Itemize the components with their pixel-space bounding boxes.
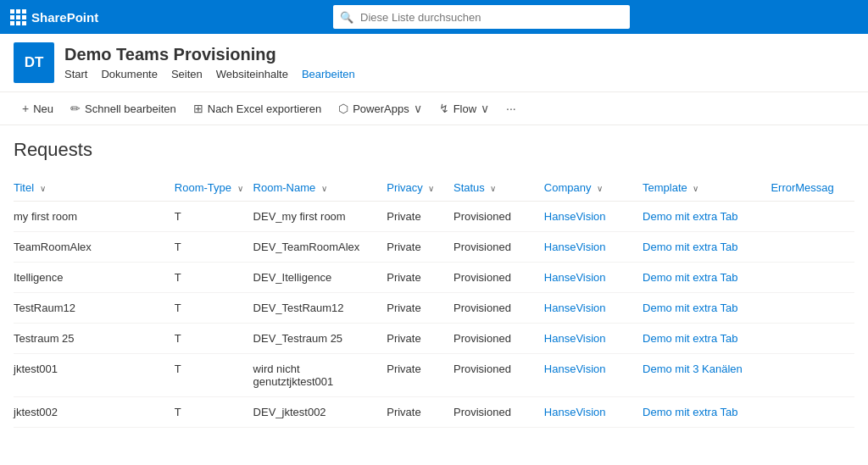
table-cell[interactable]: Demo mit extra Tab	[643, 397, 771, 428]
top-navigation-bar: SharePoint 🔍	[0, 0, 868, 34]
col-header-titel[interactable]: Titel ∨	[14, 174, 175, 202]
table-cell: T	[175, 293, 253, 324]
table-cell: Provisioned	[453, 232, 544, 263]
col-header-template[interactable]: Template ∨	[643, 174, 771, 202]
table-row: my first roomTDEV_my first roomPrivatePr…	[14, 202, 854, 232]
quick-edit-label: Schnell bearbeiten	[85, 102, 176, 115]
table-cell: T	[175, 202, 253, 232]
roomname-sort-icon: ∨	[321, 184, 327, 193]
quick-edit-button[interactable]: ✏ Schnell bearbeiten	[62, 97, 185, 119]
privacy-sort-icon: ∨	[428, 184, 434, 193]
table-cell: Private	[387, 293, 453, 324]
col-header-company[interactable]: Company ∨	[544, 174, 643, 202]
col-header-status[interactable]: Status ∨	[453, 174, 544, 202]
table-cell: DEV_TeamRoomAlex	[253, 232, 387, 263]
table-cell[interactable]: HanseVision	[544, 263, 643, 293]
new-button[interactable]: + Neu	[14, 97, 62, 119]
table-cell	[771, 354, 854, 397]
table-cell: jktest001	[14, 354, 175, 397]
table-row: TestRaum12TDEV_TestRaum12PrivateProvisio…	[14, 293, 854, 324]
export-excel-button[interactable]: ⊞ Nach Excel exportieren	[185, 97, 330, 119]
flow-icon: ↯	[439, 102, 449, 115]
cell-link[interactable]: HanseVision	[544, 241, 606, 253]
table-cell[interactable]: HanseVision	[544, 397, 643, 428]
table-cell[interactable]: HanseVision	[544, 324, 643, 354]
table-cell: Provisioned	[453, 354, 544, 397]
table-cell: Testraum 25	[14, 324, 175, 354]
cell-link[interactable]: HanseVision	[544, 406, 606, 418]
table-cell[interactable]: Demo mit extra Tab	[643, 293, 771, 324]
cell-link[interactable]: HanseVision	[544, 302, 606, 314]
table-cell: my first room	[14, 202, 175, 232]
cell-link[interactable]: Demo mit extra Tab	[643, 271, 737, 284]
table-cell: DEV_Testraum 25	[253, 324, 387, 354]
plus-icon: +	[22, 102, 29, 115]
cell-link[interactable]: HanseVision	[544, 210, 606, 223]
table-cell[interactable]: HanseVision	[544, 293, 643, 324]
sharepoint-logo[interactable]: SharePoint	[10, 9, 98, 25]
site-header: DT Demo Teams Provisioning Start Dokumen…	[0, 34, 868, 92]
table-cell[interactable]: Demo mit extra Tab	[643, 263, 771, 293]
table-cell[interactable]: Demo mit extra Tab	[643, 324, 771, 354]
table-cell: DEV_jktest002	[253, 397, 387, 428]
table-header-row: Titel ∨ Room-Type ∨ Room-Name ∨ Privacy …	[14, 174, 854, 202]
flow-button[interactable]: ↯ Flow ∨	[431, 97, 498, 119]
cell-link[interactable]: HanseVision	[544, 271, 606, 284]
nav-bearbeiten[interactable]: Bearbeiten	[302, 68, 355, 80]
nav-seiten[interactable]: Seiten	[171, 68, 203, 80]
col-header-errormsg[interactable]: ErrorMessag	[771, 174, 854, 202]
table-cell: T	[175, 324, 253, 354]
cell-link[interactable]: Demo mit extra Tab	[643, 406, 737, 418]
table-cell[interactable]: Demo mit extra Tab	[643, 202, 771, 232]
cell-link[interactable]: Demo mit extra Tab	[643, 210, 737, 223]
powerapps-icon: ⬡	[338, 102, 348, 115]
table-cell[interactable]: HanseVision	[544, 202, 643, 232]
table-cell	[771, 397, 854, 428]
search-input[interactable]	[333, 5, 630, 29]
table-cell[interactable]: HanseVision	[544, 354, 643, 397]
table-cell: Provisioned	[453, 293, 544, 324]
cell-link[interactable]: Demo mit 3 Kanälen	[643, 363, 743, 375]
table-cell: T	[175, 397, 253, 428]
roomtype-sort-icon: ∨	[237, 184, 243, 193]
table-cell[interactable]: HanseVision	[544, 232, 643, 263]
table-cell: T	[175, 263, 253, 293]
site-logo: DT	[14, 42, 54, 83]
table-cell	[771, 324, 854, 354]
nav-websiteinhalte[interactable]: Websiteinhalte	[216, 68, 288, 80]
col-header-roomname[interactable]: Room-Name ∨	[253, 174, 387, 202]
col-header-roomtype[interactable]: Room-Type ∨	[175, 174, 253, 202]
grid-icon	[10, 9, 26, 25]
table-cell: Provisioned	[453, 202, 544, 232]
col-header-privacy[interactable]: Privacy ∨	[387, 174, 453, 202]
table-cell: T	[175, 354, 253, 397]
table-row: ItelligenceTDEV_ItelligencePrivateProvis…	[14, 263, 854, 293]
table-cell	[771, 293, 854, 324]
more-button[interactable]: ···	[498, 97, 525, 119]
cell-link[interactable]: Demo mit extra Tab	[643, 332, 737, 345]
nav-start[interactable]: Start	[64, 68, 87, 80]
cell-link[interactable]: Demo mit extra Tab	[643, 241, 737, 253]
cell-link[interactable]: HanseVision	[544, 332, 606, 345]
powerapps-label: PowerApps	[353, 102, 409, 115]
table-cell[interactable]: Demo mit extra Tab	[643, 232, 771, 263]
table-cell: Itelligence	[14, 263, 175, 293]
powerapps-chevron-icon: ∨	[414, 102, 422, 115]
table-cell	[771, 232, 854, 263]
powerapps-button[interactable]: ⬡ PowerApps ∨	[330, 97, 430, 119]
excel-icon: ⊞	[193, 102, 203, 115]
table-cell: Private	[387, 202, 453, 232]
table-cell: Provisioned	[453, 397, 544, 428]
cell-link[interactable]: HanseVision	[544, 363, 606, 375]
table-cell: TestRaum12	[14, 293, 175, 324]
list-toolbar: + Neu ✏ Schnell bearbeiten ⊞ Nach Excel …	[0, 92, 868, 125]
pencil-icon: ✏	[70, 102, 81, 115]
table-cell	[771, 202, 854, 232]
cell-link[interactable]: Demo mit extra Tab	[643, 302, 737, 314]
table-cell[interactable]: Demo mit 3 Kanälen	[643, 354, 771, 397]
table-cell: DEV_my first room	[253, 202, 387, 232]
export-excel-label: Nach Excel exportieren	[208, 102, 321, 115]
nav-dokumente[interactable]: Dokumente	[101, 68, 157, 80]
titel-sort-icon: ∨	[40, 184, 46, 193]
table-cell: Private	[387, 263, 453, 293]
